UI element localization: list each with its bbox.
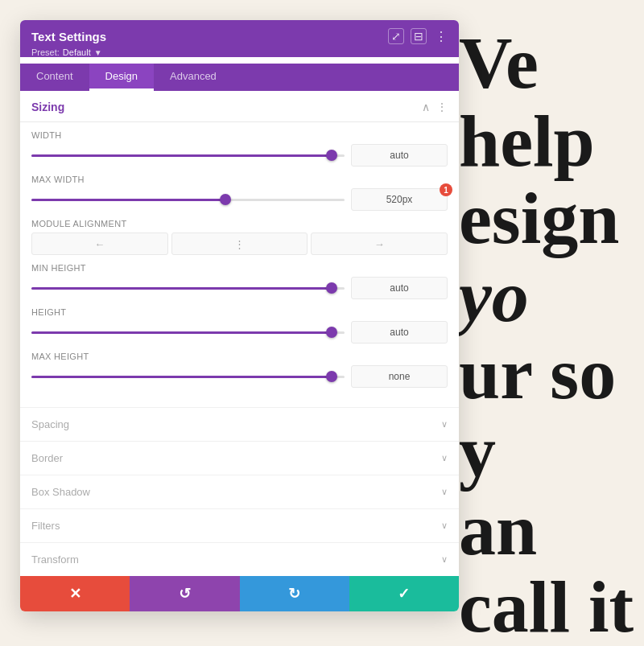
spacing-chevron-icon: ∨ [441, 419, 448, 430]
preset-chevron-icon[interactable]: ▼ [94, 48, 102, 57]
panel-footer: ✕ ↺ ↻ ✓ [20, 576, 459, 611]
min-height-control [31, 277, 448, 299]
max-width-slider[interactable] [31, 192, 345, 207]
undo-icon: ↺ [179, 585, 191, 603]
cancel-icon: ✕ [69, 585, 81, 603]
redo-button[interactable]: ↻ [240, 576, 349, 611]
sizing-section-header: Sizing ∧ ⋮ [20, 91, 459, 122]
alignment-row: ← ⋮ → [31, 232, 448, 255]
width-input[interactable] [351, 144, 448, 167]
filters-label: Filters [31, 520, 60, 532]
width-slider[interactable] [31, 148, 345, 163]
max-width-badge: 1 [440, 183, 452, 196]
columns-icon[interactable]: ⊟ [411, 28, 427, 44]
transform-label: Transform [31, 553, 79, 566]
panel-header: Text Settings ⤢ ⊟ ⋮ Preset: Default ▼ [20, 20, 459, 57]
tab-content[interactable]: Content [20, 64, 89, 91]
collapse-icon[interactable]: ∧ [422, 101, 430, 113]
expand-icon[interactable]: ⤢ [388, 28, 404, 44]
max-height-control [31, 365, 448, 388]
max-height-input-wrapper [351, 365, 448, 388]
spacing-section[interactable]: Spacing ∨ [20, 407, 459, 441]
border-chevron-icon: ∨ [441, 453, 448, 463]
module-alignment-setting: Module Alignment ← ⋮ → [31, 219, 448, 255]
panel-body: Sizing ∧ ⋮ Width [20, 91, 459, 576]
max-height-input[interactable] [351, 365, 448, 388]
background-content: Ve help esign yo ur so y an call it our … [459, 24, 644, 646]
save-button[interactable]: ✓ [349, 576, 459, 611]
max-width-input[interactable] [351, 188, 448, 211]
module-alignment-label: Module Alignment [31, 219, 448, 228]
filters-chevron-icon: ∨ [441, 521, 448, 531]
tab-design[interactable]: Design [89, 64, 154, 91]
min-height-input-wrapper [351, 277, 448, 299]
border-label: Border [31, 452, 63, 464]
panel-title-icons: ⤢ ⊟ ⋮ [388, 28, 448, 44]
height-label: Height [31, 307, 448, 317]
align-left-button[interactable]: ← [31, 232, 168, 255]
max-width-input-wrapper: 1 [351, 188, 448, 211]
height-input-wrapper [351, 321, 448, 344]
headline: Ve help esign yo ur so y an call it our … [459, 24, 644, 646]
transform-section[interactable]: Transform ∨ [20, 542, 459, 576]
height-slider[interactable] [31, 325, 345, 339]
tab-advanced[interactable]: Advanced [154, 64, 233, 91]
height-setting: Height [31, 307, 448, 344]
box-shadow-chevron-icon: ∨ [441, 487, 448, 497]
height-input[interactable] [351, 321, 448, 344]
redo-icon: ↻ [288, 585, 300, 603]
width-label: Width [31, 130, 448, 140]
box-shadow-section[interactable]: Box Shadow ∨ [20, 475, 459, 508]
max-height-setting: Max Height [31, 352, 448, 388]
width-input-wrapper [351, 144, 448, 167]
settings-panel: Text Settings ⤢ ⊟ ⋮ Preset: Default ▼ Co… [20, 20, 459, 611]
border-section[interactable]: Border ∨ [20, 441, 459, 475]
preset-value: Default [63, 47, 91, 57]
width-setting: Width [31, 130, 448, 167]
transform-chevron-icon: ∨ [441, 554, 448, 565]
spacing-label: Spacing [31, 418, 69, 430]
settings-area: Width Max Width [20, 122, 459, 407]
align-center-button[interactable]: ⋮ [171, 232, 308, 255]
min-height-input[interactable] [351, 277, 448, 299]
more-options-icon[interactable]: ⋮ [435, 29, 448, 44]
preset-row: Preset: Default ▼ [31, 47, 448, 57]
undo-button[interactable]: ↺ [130, 576, 239, 611]
filters-section[interactable]: Filters ∨ [20, 508, 459, 542]
min-height-label: Min Height [31, 263, 448, 273]
min-height-slider[interactable] [31, 281, 345, 295]
max-height-label: Max Height [31, 352, 448, 361]
tabs-row: Content Design Advanced [20, 64, 459, 91]
box-shadow-label: Box Shadow [31, 486, 90, 498]
save-icon: ✓ [398, 585, 410, 603]
sizing-title: Sizing [31, 101, 64, 113]
section-more-icon[interactable]: ⋮ [436, 101, 448, 113]
height-control [31, 321, 448, 344]
max-width-label: Max Width [31, 175, 448, 184]
section-header-icons: ∧ ⋮ [422, 101, 448, 113]
max-width-setting: Max Width 1 [31, 175, 448, 211]
cancel-button[interactable]: ✕ [20, 576, 130, 611]
panel-title: Text Settings [31, 30, 106, 43]
preset-label: Preset: [31, 47, 60, 57]
width-control [31, 144, 448, 167]
max-width-control: 1 [31, 188, 448, 211]
min-height-setting: Min Height [31, 263, 448, 299]
max-height-slider[interactable] [31, 369, 345, 384]
align-right-button[interactable]: → [311, 232, 448, 255]
